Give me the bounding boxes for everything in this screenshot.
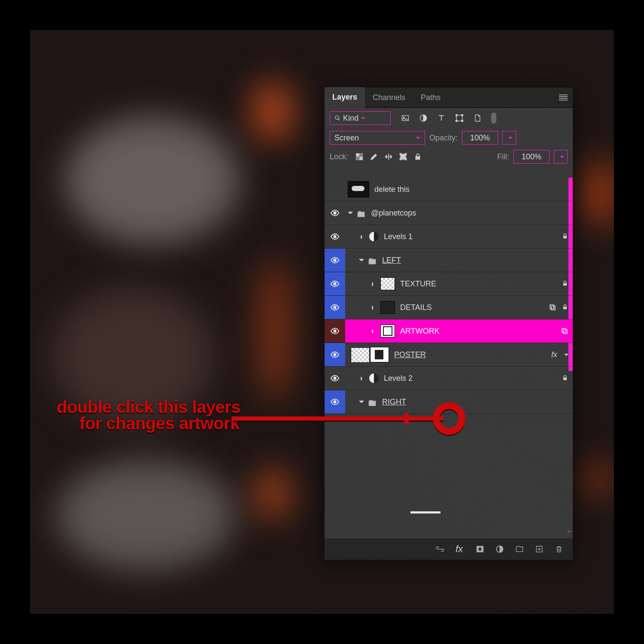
delete-layer-icon[interactable] — [555, 545, 563, 553]
tab-channels[interactable]: Channels — [365, 88, 413, 107]
opacity-value-field[interactable]: 100% — [462, 131, 498, 145]
visibility-toggle[interactable] — [325, 225, 345, 248]
chevron-down-icon — [361, 117, 365, 122]
chevron-down-icon[interactable] — [564, 354, 568, 358]
panel-menu-icon[interactable] — [559, 94, 568, 100]
svg-point-19 — [334, 259, 336, 261]
lock-artboard-icon[interactable] — [399, 152, 407, 161]
eye-icon — [330, 279, 340, 289]
lock-all-icon[interactable] — [413, 152, 422, 161]
eye-icon — [330, 255, 340, 265]
layer-name[interactable]: LEFT — [382, 256, 401, 265]
filter-pixel-icon[interactable] — [401, 114, 410, 122]
layer-fx-icon[interactable]: fx — [456, 544, 463, 555]
chevron-down-icon — [567, 531, 571, 535]
add-group-icon[interactable] — [515, 545, 524, 553]
layer-row-levels1[interactable]: Levels 1 — [325, 225, 573, 249]
filter-smart-icon[interactable] — [473, 114, 482, 122]
svg-rect-18 — [563, 236, 567, 238]
instruction-arrow — [233, 416, 443, 421]
visibility-toggle[interactable] — [325, 178, 345, 201]
fill-value-text: 100% — [522, 152, 541, 161]
eye-icon — [330, 374, 340, 383]
layer-thumb[interactable] — [380, 277, 395, 290]
layer-thumb[interactable] — [380, 325, 395, 337]
layer-name[interactable]: @planetcops — [371, 209, 416, 218]
fill-dropdown[interactable] — [554, 150, 568, 164]
blend-row: Screen Opacity: 100% — [325, 128, 573, 147]
filter-color-icon[interactable] — [491, 112, 496, 124]
expand-toggle-icon[interactable] — [359, 401, 364, 406]
instruction-highlight-ring — [433, 402, 465, 435]
layer-name[interactable]: POSTER — [394, 350, 426, 359]
filter-kind-label: Kind — [343, 114, 358, 123]
layer-list: delete this@planetcopsLevels 1LEFTTEXTUR… — [325, 178, 573, 538]
fx-indicator[interactable]: fx — [551, 350, 557, 359]
layer-row-delete[interactable]: delete this — [325, 178, 573, 201]
visibility-toggle[interactable] — [325, 296, 345, 319]
lock-paint-icon[interactable] — [370, 152, 378, 161]
layer-name[interactable]: Levels 2 — [384, 374, 413, 383]
layer-row-texture[interactable]: TEXTURE — [325, 272, 573, 296]
layer-row-poster[interactable]: POSTERfx — [325, 343, 573, 367]
visibility-toggle[interactable] — [325, 249, 345, 272]
eye-icon — [330, 326, 340, 336]
lock-position-icon[interactable] — [384, 152, 393, 161]
layer-thumb[interactable] — [370, 347, 389, 362]
chevron-down-icon — [416, 137, 420, 141]
smart-object-icon — [549, 304, 556, 311]
add-mask-icon[interactable] — [476, 545, 484, 553]
opacity-dropdown[interactable] — [502, 131, 516, 145]
visibility-toggle[interactable] — [325, 272, 345, 295]
add-adjustment-icon[interactable] — [495, 545, 504, 553]
fill-value-field[interactable]: 100% — [513, 150, 550, 164]
lock-label: Lock: — [330, 152, 348, 161]
layer-row-details[interactable]: DETAILS — [325, 296, 573, 319]
visibility-toggle[interactable] — [325, 343, 345, 366]
filter-adjust-icon[interactable] — [419, 114, 428, 122]
expand-toggle-icon[interactable] — [348, 212, 353, 217]
svg-rect-8 — [456, 120, 457, 122]
eye-icon — [330, 303, 340, 312]
clip-icon — [370, 304, 376, 310]
layer-name[interactable]: TEXTURE — [400, 279, 436, 289]
filter-type-icon[interactable] — [437, 114, 446, 122]
lock-icon — [562, 233, 568, 240]
layer-row-planetcops[interactable]: @planetcops — [325, 201, 573, 225]
layer-row-left[interactable]: LEFT — [325, 249, 573, 272]
opacity-label: Opacity: — [429, 134, 458, 143]
svg-point-26 — [334, 330, 336, 332]
blend-mode-value: Screen — [334, 134, 359, 143]
link-layers-icon[interactable] — [436, 545, 444, 553]
tab-layers[interactable]: Layers — [325, 87, 365, 108]
layer-thumb[interactable] — [380, 301, 395, 314]
opacity-value-text: 100% — [470, 134, 490, 143]
lock-transparent-icon[interactable] — [355, 152, 364, 161]
filter-shape-icon[interactable] — [455, 114, 464, 122]
thumb-resize-handle[interactable] — [410, 511, 440, 513]
expand-toggle-icon[interactable] — [359, 259, 364, 264]
visibility-toggle[interactable] — [325, 201, 345, 225]
add-layer-icon[interactable] — [535, 545, 544, 553]
layer-name[interactable]: RIGHT — [382, 398, 406, 407]
smart-object-icon — [561, 327, 568, 335]
layer-thumb[interactable] — [348, 181, 369, 197]
layer-name[interactable]: delete this — [374, 185, 410, 194]
layer-row-levels2[interactable]: Levels 2 — [325, 367, 573, 390]
clip-icon — [370, 328, 376, 334]
layer-name[interactable]: DETAILS — [400, 303, 432, 312]
layer-name[interactable]: ARTWORK — [400, 327, 440, 336]
blend-mode-dropdown[interactable]: Screen — [330, 131, 425, 145]
layer-row-artwork[interactable]: ARTWORK — [325, 319, 573, 343]
svg-rect-27 — [562, 328, 566, 332]
visibility-toggle[interactable] — [325, 390, 345, 413]
eye-icon — [330, 350, 340, 359]
visibility-toggle[interactable] — [325, 367, 345, 390]
visibility-toggle[interactable] — [325, 319, 345, 343]
filter-kind-dropdown[interactable]: Kind — [330, 111, 391, 125]
tab-paths[interactable]: Paths — [413, 88, 448, 107]
chevron-down-icon — [560, 156, 564, 160]
layer-name[interactable]: Levels 1 — [384, 232, 413, 241]
adjustment-icon — [369, 232, 379, 241]
svg-rect-10 — [356, 154, 359, 157]
